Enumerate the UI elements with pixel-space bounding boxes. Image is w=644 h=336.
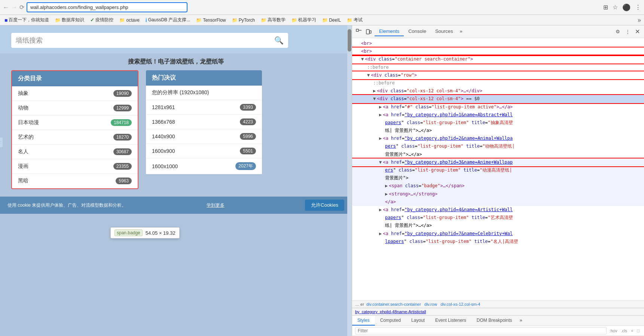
filter-layout[interactable]: □ bbox=[635, 328, 641, 333]
html-line-container[interactable]: ▼<div class="container search-container"… bbox=[352, 55, 644, 63]
breadcrumb-col[interactable]: div.col-xs-12.col-sm-4 bbox=[440, 302, 480, 306]
html-line-a-artistic[interactable]: ▶<a href="by_category.php?id=4&name=Arti… bbox=[352, 206, 644, 214]
popular-badge-2: 4223 bbox=[240, 118, 256, 125]
allow-cookies-button[interactable]: 允许Cookies bbox=[305, 200, 344, 211]
styles-tab-styles[interactable]: Styles bbox=[352, 316, 375, 326]
svg-rect-3 bbox=[370, 31, 371, 33]
styles-filter-row: :hov .cls + □ bbox=[352, 326, 644, 336]
styles-tab-more[interactable]: » bbox=[518, 316, 525, 326]
popular-badge-1: 3393 bbox=[240, 104, 256, 111]
bookmark-exam[interactable]: 📁 考试 bbox=[345, 16, 364, 24]
html-line-a-animal[interactable]: ▶<a href="by_category.php?id=2&name=Anim… bbox=[352, 135, 644, 142]
category-item-abstract[interactable]: 抽象 19090 bbox=[12, 86, 138, 101]
popular-badge-4: 5501 bbox=[240, 148, 256, 154]
popular-item-current[interactable]: 您的分辨率 (1920x1080) bbox=[146, 86, 262, 100]
breadcrumb-row[interactable]: div.row bbox=[424, 302, 437, 306]
styles-tab-computed[interactable]: Computed bbox=[375, 316, 406, 326]
html-line-a-celebrity[interactable]: ▶<a href="by_category.php?id=7&name=Cele… bbox=[352, 230, 644, 238]
html-line-before2[interactable]: ::before bbox=[352, 79, 644, 87]
category-badge-art: 18270 bbox=[113, 134, 132, 141]
category-item-comics[interactable]: 漫画 23355 bbox=[12, 159, 138, 174]
reload-icon[interactable]: ⟳ bbox=[19, 4, 24, 11]
bookmark-baidu[interactable]: ■ 百度一下，你就知道 bbox=[3, 16, 51, 24]
tab-console[interactable]: Console bbox=[404, 27, 431, 36]
tooltip-overlay: span.badge 54.05 × 19.32 bbox=[110, 227, 180, 238]
bookmark-gauss[interactable]: i GaussDB 产品支撑... bbox=[144, 16, 192, 24]
bookmark-baidu-label: 百度一下，你就知道 bbox=[9, 17, 49, 23]
styles-tab-dom-breakpoints[interactable]: DOM Breakpoints bbox=[471, 316, 518, 326]
styles-tab-event-listeners[interactable]: Event Listeners bbox=[430, 316, 471, 326]
category-badge-abstract: 19090 bbox=[113, 90, 132, 97]
popular-item-1[interactable]: 1281x961 3393 bbox=[146, 100, 262, 115]
tab-sources[interactable]: Sources bbox=[431, 27, 458, 36]
popular-res-current: 您的分辨率 (1920x1080) bbox=[152, 89, 209, 96]
popular-res-1: 1281x961 bbox=[152, 104, 175, 110]
bookmark-vac[interactable]: ✓ 疫情防控 bbox=[89, 16, 115, 24]
back-icon[interactable]: ← bbox=[3, 4, 9, 11]
bookmarks-more[interactable]: » bbox=[638, 17, 641, 24]
popular-badge-5: 2027年 bbox=[235, 162, 256, 170]
popular-item-4[interactable]: 1600x900 5501 bbox=[146, 144, 262, 158]
category-item-anime[interactable]: 日本动漫 184718 bbox=[12, 115, 138, 130]
profile-icon[interactable]: ⚫ bbox=[622, 3, 631, 12]
html-line-a-anime-2: ers" class="list-group-item" title="动漫高清… bbox=[352, 166, 644, 174]
category-item-animal[interactable]: 动物 12999 bbox=[12, 101, 138, 115]
bookmark-ml[interactable]: 📁 机器学习 bbox=[290, 16, 318, 24]
html-line-a-active[interactable]: ▶<a href="#" class="list-group-item acti… bbox=[352, 103, 644, 111]
html-line-before1[interactable]: ::before bbox=[352, 64, 644, 71]
popular-item-5[interactable]: 1600x1000 2027年 bbox=[146, 158, 262, 174]
address-bar[interactable] bbox=[27, 2, 187, 12]
more-options-icon[interactable]: ⋮ bbox=[624, 28, 631, 36]
category-item-art[interactable]: 艺术的 18270 bbox=[12, 130, 138, 145]
styles-filter-input[interactable] bbox=[355, 327, 607, 335]
category-item-celebrity[interactable]: 名人 30687 bbox=[12, 145, 138, 159]
html-line-col2-selected[interactable]: ▼<div class="col-xs-12 col-sm-4"> == $0 bbox=[352, 95, 644, 103]
bottom-link[interactable]: 学到更多 bbox=[207, 202, 225, 209]
settings-icon[interactable]: ⚙ bbox=[614, 28, 622, 36]
forward-icon[interactable]: → bbox=[11, 4, 17, 11]
svg-rect-0 bbox=[356, 29, 358, 31]
html-line-a-abstract-3: 纸| 背景图片">…</a> bbox=[352, 127, 644, 135]
category-item-dark[interactable]: 黑暗 5963 bbox=[12, 174, 138, 188]
search-button[interactable]: 🔍 bbox=[274, 36, 284, 45]
html-line-strong[interactable]: ▶<strong>…</strong> bbox=[352, 190, 644, 198]
html-line-a-anime[interactable]: ▼<a href="by_category.php?id=3&name=Anim… bbox=[352, 158, 644, 166]
devtools-tabs: Elements Console Sources » bbox=[375, 27, 465, 36]
inspect-icon[interactable] bbox=[355, 28, 363, 36]
popular-item-2[interactable]: 1366x768 4223 bbox=[146, 115, 262, 129]
bottom-href-link[interactable]: by_category_phplid-48name-Artistictall bbox=[355, 309, 426, 314]
filter-cls[interactable]: .cls bbox=[619, 328, 629, 333]
breadcrumb-container[interactable]: div.container.search-container bbox=[366, 302, 421, 306]
html-line-a-abstract[interactable]: ▶<a href="by_category.php?id=1&name=Abst… bbox=[352, 111, 644, 119]
tab-elements[interactable]: Elements bbox=[375, 27, 404, 36]
bookmark-octave[interactable]: 📁 octave bbox=[118, 17, 141, 24]
html-line-col1[interactable]: ▶<div class="col-xs-12 col-sm-4">…</div> bbox=[352, 87, 644, 95]
filter-hov[interactable]: :hov bbox=[608, 328, 619, 333]
scroll-thumb[interactable] bbox=[348, 29, 351, 52]
html-line-br1[interactable]: <br> bbox=[352, 40, 644, 47]
bookmark-tf[interactable]: 📁 TensorFlow bbox=[195, 17, 227, 24]
tooltip-size: 54.05 × 19.32 bbox=[146, 230, 176, 236]
bookmark-icon[interactable]: ☆ bbox=[613, 4, 618, 11]
bookmark-math[interactable]: 📁 高等数学 bbox=[259, 16, 287, 24]
tab-more[interactable]: » bbox=[458, 27, 465, 36]
bookmark-deel[interactable]: 📁 DeeIL bbox=[321, 17, 342, 24]
translate-icon[interactable]: ⊞ bbox=[603, 4, 608, 11]
html-line-row[interactable]: ▼<div class="row"> bbox=[352, 71, 644, 79]
devtools-close-icon[interactable]: ✕ bbox=[634, 28, 641, 36]
html-line-br2[interactable]: <br> bbox=[352, 47, 644, 55]
html-line-span-badge[interactable]: ▶<span class="badge">…</span> bbox=[352, 182, 644, 190]
popular-item-3[interactable]: 1440x900 5996 bbox=[146, 129, 262, 144]
category-badge-celebrity: 30687 bbox=[113, 148, 132, 155]
svg-rect-2 bbox=[366, 30, 369, 34]
bottom-text: 使用 cookie 来提供用户体验、广告、对流模型数据和分析。 bbox=[7, 202, 126, 209]
bookmark-db[interactable]: 📁 数据库知识 bbox=[54, 16, 86, 24]
category-badge-comics: 23355 bbox=[113, 163, 132, 170]
filter-add[interactable]: + bbox=[629, 328, 635, 333]
menu-icon[interactable]: ⋮ bbox=[635, 4, 641, 11]
styles-tab-layout[interactable]: Layout bbox=[406, 316, 430, 326]
address-bar-row: ← → ⟳ ⊞ ☆ ⚫ ⋮ bbox=[0, 0, 644, 15]
scroll-track[interactable] bbox=[347, 25, 352, 336]
device-icon[interactable] bbox=[365, 28, 372, 36]
bookmark-pt[interactable]: 📁 PyTorch bbox=[231, 17, 256, 24]
